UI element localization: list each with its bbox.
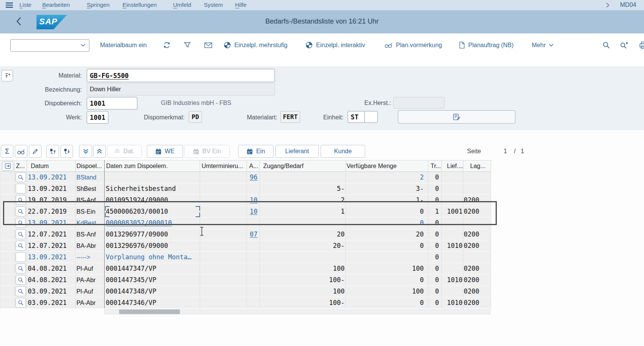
einheit-extra-input[interactable] — [364, 111, 378, 123]
seite-label: Seite — [467, 148, 481, 155]
exception-link[interactable]: 07 — [247, 229, 260, 240]
page-separator: / — [514, 148, 515, 155]
dispobereich-input[interactable]: 1001 — [87, 97, 137, 110]
menu-bearbeiten[interactable]: Bearbeiten — [42, 2, 70, 8]
exception-link[interactable]: 10 — [247, 195, 260, 206]
row-empty-button[interactable] — [16, 252, 26, 262]
col-tr[interactable]: Tr... — [428, 160, 442, 172]
row-detail-button[interactable] — [16, 229, 26, 239]
row-detail-button[interactable] — [16, 286, 26, 296]
transaction-code: MD04 — [620, 2, 636, 8]
collapse-all-button[interactable] — [93, 145, 106, 158]
menu-hilfe[interactable]: Hilfe — [235, 2, 246, 8]
einzelpl-mehrstufig-button[interactable]: Einzelpl. mehrstufig — [224, 39, 288, 51]
page-title: Bedarfs-/Bestandsliste von 16:21 Uhr — [0, 17, 644, 25]
hierarchy-down-button[interactable] — [60, 145, 73, 158]
werk-input[interactable]: 1001 — [87, 111, 108, 124]
col-datum[interactable]: Datum — [27, 160, 76, 172]
table-row: 12.07.2021 BS-Anf 0013296977/09000 07 20… — [0, 229, 491, 240]
table-row: 13.09.2021 -----> Vorplanung ohne Monta…… — [0, 252, 491, 263]
cell-dispoel: BStand — [76, 172, 105, 183]
materialart-label: Materialart: — [218, 114, 277, 121]
col-verf[interactable]: Verfügbare Menge — [346, 160, 428, 172]
kunde-button[interactable]: Kunde — [321, 145, 365, 158]
order-link[interactable]: 0000083052/000010 — [105, 217, 200, 229]
row-detail-button[interactable] — [16, 298, 26, 308]
page-total: 1 — [521, 148, 524, 155]
row-detail-button[interactable] — [16, 195, 26, 205]
exception-link[interactable]: 10 — [247, 206, 260, 217]
col-lief[interactable]: Lief.... — [442, 160, 463, 172]
menu-system[interactable]: System — [204, 2, 223, 8]
mail-icon[interactable] — [204, 39, 212, 51]
notes-button[interactable] — [398, 110, 515, 124]
sum-button[interactable]: Σ — [1, 145, 13, 158]
table-row: 13.09.2021 BStand 96 2 0 — [0, 172, 491, 183]
menu-springen[interactable]: Springen — [87, 2, 110, 8]
exherst-label: Ex.Herst.: — [332, 100, 391, 106]
printer-icon[interactable] — [639, 39, 644, 51]
col-daten[interactable]: Daten zum Dispoelem. — [105, 160, 200, 172]
col-zugang[interactable]: Zugang/Bedarf — [260, 160, 346, 172]
pie-icon — [305, 41, 313, 49]
row-detail-button[interactable] — [16, 263, 26, 273]
col-a[interactable]: A... — [247, 160, 260, 172]
bv-ein-button: BV Ein — [184, 145, 230, 158]
selected-cell[interactable]: 4500006203/00010 — [105, 206, 200, 217]
expand-header-button[interactable] — [2, 70, 13, 81]
menu-liste[interactable]: Liste — [19, 2, 32, 8]
filter-icon[interactable] — [184, 39, 191, 51]
chevron-right-icon[interactable] — [606, 3, 609, 8]
bezeichnung-field: Down Hiller — [87, 83, 275, 95]
table-row: 13.09.2021 KdBest 0000083052/000010 0 0 — [0, 217, 491, 229]
search-plus-icon[interactable] — [620, 39, 628, 51]
row-detail-button[interactable] — [16, 206, 26, 216]
planauftrag-button[interactable]: Planauftrag (NB) — [459, 39, 514, 51]
table-row: 03.09.2021 PA-Abr 0001447346/VP 100- 0 0… — [0, 297, 491, 309]
edit-pencil-button[interactable] — [29, 145, 41, 158]
lieferant-button[interactable]: Lieferant — [275, 145, 319, 158]
col-z[interactable]: Z... — [15, 160, 27, 172]
table-row: 12.07.2021 BA-Abr 0013296976/09000 20- 0… — [0, 240, 491, 252]
hamburger-menu-icon[interactable] — [5, 2, 13, 8]
table-row: 03.09.2021 Pl-Auf 0001447348/VP 100 100 … — [0, 286, 491, 297]
assign-arrow-icon[interactable] — [2, 161, 13, 171]
row-empty-button[interactable] — [16, 184, 26, 194]
bezeichnung-label: Bezeichnung: — [23, 86, 82, 93]
glasses-icon — [385, 42, 393, 48]
company-text: GIB Industries mbH - FBS — [161, 100, 231, 106]
chevron-down-icon — [81, 44, 86, 47]
row-detail-button[interactable] — [16, 275, 26, 285]
command-combobox[interactable] — [10, 39, 89, 52]
col-dispoel[interactable]: Dispoel... — [76, 160, 105, 172]
hierarchy-up-button[interactable] — [46, 145, 59, 158]
planvormerkung-button[interactable]: Plan.vormerkung — [385, 39, 442, 51]
table-header-row: Z... Datum Dispoel... Daten zum Dispoele… — [0, 160, 491, 172]
horizontal-scrollbar-thumb[interactable] — [119, 309, 180, 314]
row-detail-button[interactable] — [16, 172, 26, 182]
exception-link[interactable]: 96 — [247, 172, 260, 183]
einzelpl-interaktiv-button[interactable]: Einzelpl. interaktiv — [305, 39, 365, 51]
page-current: 1 — [504, 148, 507, 155]
table-row: 19.07.2019 BS-Anf 0010951924/09000 10 2 … — [0, 195, 491, 206]
col-umterm[interactable]: Umterminieru... — [200, 160, 247, 172]
refresh-icon[interactable] — [163, 39, 171, 51]
material-input[interactable]: GB-FG-S500 — [87, 69, 275, 82]
mehr-button[interactable]: Mehr — [532, 39, 553, 51]
einheit-input[interactable]: ST — [348, 111, 366, 123]
expand-all-button[interactable] — [79, 145, 92, 158]
pie-icon — [224, 41, 231, 49]
menu-umfeld[interactable]: Umfeld — [173, 2, 191, 8]
details-glasses-button[interactable] — [15, 145, 27, 158]
mrp-list-table: Z... Datum Dispoel... Daten zum Dispoele… — [0, 160, 491, 309]
einheit-label: Einheit: — [285, 114, 343, 121]
dispomerkmal-field: PD — [189, 111, 202, 123]
row-detail-button[interactable] — [16, 218, 26, 228]
row-detail-button[interactable] — [16, 241, 26, 251]
we-button[interactable]: WE — [147, 145, 183, 158]
menu-einstellungen[interactable]: Einstellungen — [122, 2, 157, 8]
search-icon[interactable] — [603, 39, 610, 51]
col-lag[interactable]: Lag... — [463, 160, 491, 172]
materialbaum-button[interactable]: Materialbaum ein — [100, 39, 147, 51]
ein-button[interactable]: Ein — [238, 145, 274, 158]
